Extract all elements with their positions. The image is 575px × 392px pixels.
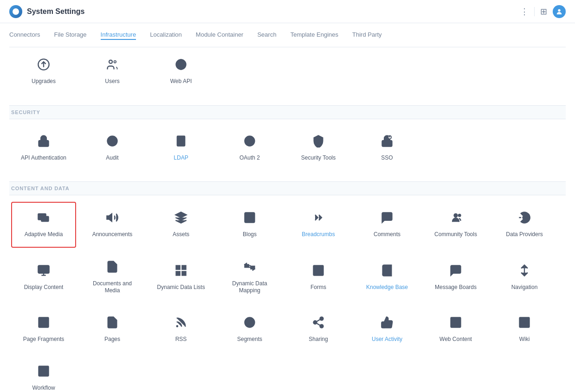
nav-tabs: Connectors File Storage Infrastructure L… (9, 23, 566, 47)
workflow-label: Workflow (32, 385, 55, 392)
svg-rect-42 (182, 271, 186, 275)
audit-icon (106, 135, 119, 151)
grid-item-upgrades[interactable]: Upgrades (11, 49, 76, 94)
grid-item-blogs[interactable]: Blogs (217, 202, 282, 248)
app-header: System Settings ⋮ ⊞ (0, 0, 575, 23)
tab-module-container[interactable]: Module Container (196, 30, 244, 40)
svg-rect-39 (176, 265, 180, 269)
grid-item-web-api[interactable]: API Web API (149, 49, 213, 94)
svg-rect-38 (110, 267, 114, 270)
grid-item-data-providers[interactable]: Data Providers (492, 202, 557, 248)
grid-item-oauth2[interactable]: OAuth 2 (217, 126, 282, 171)
grid-item-audit[interactable]: Audit (80, 126, 145, 171)
svg-rect-21 (382, 140, 392, 146)
grid-item-knowledge-base[interactable]: Knowledge Base (355, 251, 420, 303)
grid-item-web-content[interactable]: Web Content (423, 307, 488, 352)
grid-item-comments[interactable]: Comments (355, 202, 420, 248)
svg-marker-27 (107, 214, 112, 221)
page-fragments-icon (37, 316, 50, 332)
documents-media-label: Documents and Media (85, 280, 140, 295)
knowledge-base-label: Knowledge Base (366, 284, 408, 291)
grid-item-sharing[interactable]: Sharing (286, 307, 351, 352)
tab-localization[interactable]: Localization (150, 30, 182, 40)
grid-item-adaptive-media[interactable]: Adaptive Media (11, 202, 76, 248)
api-auth-icon: API (37, 135, 50, 151)
community-tools-label: Community Tools (434, 231, 477, 238)
data-providers-label: Data Providers (506, 231, 543, 238)
svg-rect-68 (39, 366, 49, 376)
grid-item-breadcrumbs[interactable]: Breadcrumbs (286, 202, 351, 248)
svg-point-59 (320, 325, 323, 328)
adaptive-media-label: Adaptive Media (25, 231, 63, 238)
content-data-grid: Adaptive Media Announcements Assets Blog… (9, 200, 566, 392)
comments-icon (381, 211, 394, 227)
announcements-icon (106, 211, 119, 227)
header-left: System Settings (9, 5, 84, 18)
content-data-section: CONTENT AND DATA Adaptive Media Announce… (9, 181, 566, 392)
forms-icon (312, 264, 325, 280)
tab-template-engines[interactable]: Template Engines (291, 30, 338, 40)
grid-item-forms[interactable]: Forms (286, 251, 351, 303)
tab-file-storage[interactable]: File Storage (54, 30, 86, 40)
grid-item-page-fragments[interactable]: Page Fragments (11, 307, 76, 352)
svg-point-3 (114, 61, 116, 63)
web-api-label: Web API (170, 78, 192, 85)
user-activity-icon (381, 316, 394, 332)
rss-label: RSS (175, 336, 187, 343)
grid-item-segments[interactable]: Segments (217, 307, 282, 352)
security-section: SECURITY API API Authentication Audit LD… (9, 105, 566, 173)
main-content: Connectors File Storage Infrastructure L… (0, 23, 575, 392)
security-tools-icon (312, 135, 325, 151)
wiki-icon: W (518, 316, 531, 332)
svg-point-0 (558, 9, 560, 11)
app-title: System Settings (27, 7, 84, 16)
grid-item-rss[interactable]: RSS (149, 307, 213, 352)
rss-icon (174, 316, 187, 332)
adaptive-media-icon (37, 211, 50, 227)
svg-point-58 (314, 321, 317, 324)
grid-item-display-content[interactable]: Display Content (11, 251, 76, 303)
svg-text:API: API (41, 142, 46, 145)
svg-rect-52 (39, 317, 49, 327)
grid-item-dynamic-data-mapping[interactable]: Dynamic Data Mapping (217, 251, 282, 303)
grid-item-navigation[interactable]: Navigation (492, 251, 557, 303)
grid-icon[interactable]: ⊞ (540, 6, 547, 17)
tab-search[interactable]: Search (257, 30, 276, 40)
svg-point-32 (454, 214, 458, 217)
grid-item-dynamic-data-lists[interactable]: Dynamic Data Lists (149, 251, 213, 303)
navigation-label: Navigation (511, 284, 538, 291)
grid-item-assets[interactable]: Assets (149, 202, 213, 248)
grid-item-documents-media[interactable]: Documents and Media (80, 251, 145, 303)
upgrades-icon (37, 58, 50, 74)
announcements-label: Announcements (92, 231, 133, 238)
svg-point-22 (388, 135, 391, 139)
tab-infrastructure[interactable]: Infrastructure (101, 30, 136, 40)
svg-point-11 (111, 139, 114, 142)
grid-item-community-tools[interactable]: Community Tools (423, 202, 488, 248)
grid-item-user-activity[interactable]: User Activity (355, 307, 420, 352)
grid-item-workflow[interactable]: Workflow (11, 356, 76, 392)
grid-item-api-auth[interactable]: API API Authentication (11, 126, 76, 171)
dynamic-data-mapping-icon (243, 260, 256, 276)
grid-item-security-tools[interactable]: Security Tools (286, 126, 351, 171)
svg-point-2 (109, 60, 112, 64)
grid-item-pages[interactable]: Pages (80, 307, 145, 352)
grid-item-ldap[interactable]: LDAP (149, 126, 213, 171)
grid-item-announcements[interactable]: Announcements (80, 202, 145, 248)
user-avatar[interactable] (553, 5, 566, 18)
upgrades-label: Upgrades (32, 78, 56, 85)
more-options-icon[interactable]: ⋮ (520, 6, 529, 17)
ldap-label: LDAP (174, 154, 188, 162)
breadcrumbs-label: Breadcrumbs (302, 231, 335, 238)
grid-item-wiki[interactable]: W Wiki (492, 307, 557, 352)
grid-item-users[interactable]: Users (80, 49, 145, 94)
message-boards-icon (449, 264, 462, 280)
ldap-icon (174, 135, 187, 151)
grid-item-message-boards[interactable]: Message Boards (423, 251, 488, 303)
svg-point-33 (459, 214, 461, 217)
grid-item-sso[interactable]: SSO (355, 126, 420, 171)
tab-third-party[interactable]: Third Party (352, 30, 382, 40)
tab-connectors[interactable]: Connectors (9, 30, 40, 40)
dynamic-data-lists-icon (174, 264, 187, 280)
content-data-header: CONTENT AND DATA (9, 181, 566, 195)
